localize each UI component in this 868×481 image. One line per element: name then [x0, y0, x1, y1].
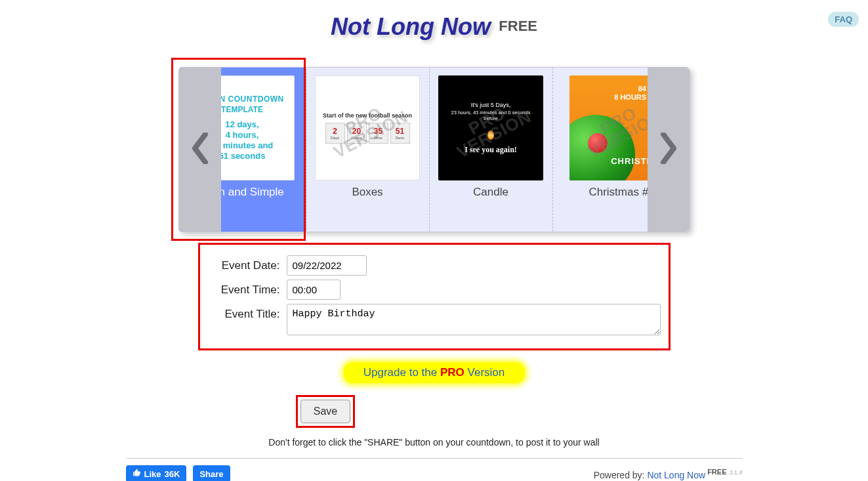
- event-time-label: Event Time:: [208, 280, 280, 297]
- carousel-prev-button[interactable]: [179, 68, 221, 232]
- app-title-badge: FREE: [499, 18, 537, 34]
- thumbs-up-icon: [133, 469, 141, 479]
- event-form: Event Date: Event Time: Event Title: Hap…: [198, 243, 671, 350]
- template-label: Candle: [435, 186, 547, 199]
- page-header: Not Long Now FREE: [0, 0, 868, 41]
- upgrade-pro-link[interactable]: Upgrade to the PRO Version: [344, 362, 525, 383]
- thumb-subheading: TEMPLATE: [221, 105, 263, 114]
- event-title-input[interactable]: Happy Birthday: [287, 304, 661, 335]
- save-button[interactable]: Save: [300, 400, 350, 423]
- powered-by: Powered by: Not Long NowFREE3.1.4: [594, 468, 743, 480]
- footer: Like 36K Share Powered by: Not Long NowF…: [126, 458, 743, 481]
- template-thumbnail: Start of the new football season 2Days 2…: [315, 75, 420, 180]
- facebook-share-button[interactable]: Share: [193, 465, 230, 481]
- chevron-left-icon: [190, 133, 211, 167]
- chevron-right-icon: [658, 133, 679, 167]
- event-time-input[interactable]: [287, 280, 341, 300]
- template-candle[interactable]: It's just 5 Days, 23 hours, 43 minutes a…: [430, 68, 553, 232]
- facebook-like-button[interactable]: Like 36K: [126, 465, 187, 481]
- template-boxes[interactable]: Start of the new football season 2Days 2…: [306, 68, 430, 232]
- carousel-next-button[interactable]: [648, 68, 690, 232]
- reminder-text: Don't forget to click the "SHARE" button…: [0, 437, 868, 448]
- save-highlight: Save: [296, 395, 355, 428]
- event-date-label: Event Date:: [208, 255, 280, 272]
- app-title: Not Long Now: [331, 13, 491, 40]
- event-title-label: Event Title:: [208, 304, 280, 321]
- template-thumbnail: It's just 5 Days, 23 hours, 43 minutes a…: [438, 75, 543, 180]
- powered-by-link[interactable]: Not Long Now: [647, 469, 705, 480]
- faq-button[interactable]: FAQ: [828, 12, 859, 27]
- template-label: Boxes: [312, 186, 424, 199]
- pro-watermark: PROVERSION: [324, 95, 410, 161]
- template-carousel: PLAIN COUNTDOWN TEMPLATE 12 days, 4 hour…: [178, 67, 690, 232]
- event-date-input[interactable]: [287, 255, 367, 276]
